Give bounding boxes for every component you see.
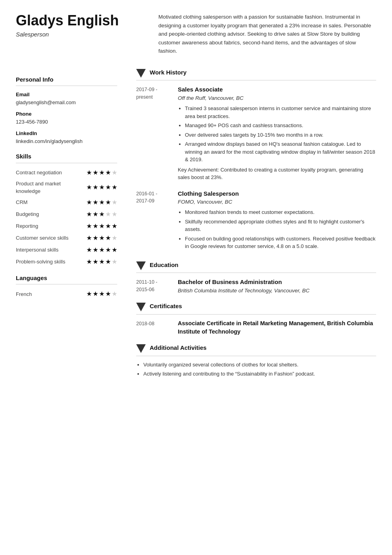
skill-row: Reporting★★★★★: [16, 221, 117, 231]
skill-name: CRM: [16, 198, 86, 206]
work-date: 2017-09 - present: [136, 85, 170, 181]
skill-row: Interpersonal skills★★★★★: [16, 245, 117, 255]
additional-activities-section: Additional Activities Voluntarily organi…: [136, 343, 376, 378]
right-column: Work History 2017-09 - present Sales Ass…: [127, 68, 376, 385]
certificates-icon: [136, 303, 146, 311]
job-title: Clothing Salesperson: [178, 189, 376, 198]
certificates-header: Certificates: [136, 302, 376, 315]
work-bullet: Skilfully recommended appropriate clothe…: [185, 218, 376, 233]
linkedin-value: linkedin.com/in/gladysenglish: [16, 137, 117, 145]
education-header: Education: [136, 261, 376, 273]
header-left: Gladys English Salesperson: [16, 13, 135, 39]
certificates-section: Certificates 2018-08 Associate Certifica…: [136, 302, 376, 336]
candidate-title: Salesperson: [16, 30, 135, 39]
edu-content: Bachelor of Business Administration Brit…: [178, 278, 310, 295]
work-content: Sales Associate Off the Ruff, Vancouver,…: [178, 85, 376, 181]
skills-title: Skills: [16, 152, 117, 163]
work-bullet: Monitored fashion trends to meet custome…: [185, 208, 376, 216]
language-row: French★★★★★: [16, 289, 117, 299]
work-entry: 2016-01 - 2017-09 Clothing Salesperson F…: [136, 189, 376, 253]
skill-name: Budgeting: [16, 210, 86, 218]
education-title: Education: [150, 261, 376, 271]
linkedin-label: LinkedIn: [16, 130, 117, 137]
skill-row: Product and market knowledge★★★★★: [16, 180, 117, 195]
activities-list: Voluntarily organized several collection…: [136, 361, 376, 378]
skill-name: Reporting: [16, 222, 86, 230]
activity-item: Actively listening and contributing to t…: [143, 370, 376, 378]
work-history-header: Work History: [136, 68, 376, 81]
work-history-section: Work History 2017-09 - present Sales Ass…: [136, 68, 376, 253]
work-bullets: Trained 3 seasonal salesperson interns i…: [178, 105, 376, 164]
work-history-icon: [136, 69, 146, 78]
cert-date: 2018-08: [136, 319, 170, 337]
education-section: Education 2011-10 - 2015-06 Bachelor of …: [136, 261, 376, 295]
skill-row: Budgeting★★★★★: [16, 210, 117, 219]
additional-activities-header: Additional Activities: [136, 343, 376, 356]
edu-entries: 2011-10 - 2015-06 Bachelor of Business A…: [136, 278, 376, 295]
cert-entry: 2018-08 Associate Certificate in Retail …: [136, 319, 376, 337]
work-bullet: Over delivered sales targets by 10-15% t…: [185, 131, 376, 139]
phone-value: 123-456-7890: [16, 118, 117, 126]
company: Off the Ruff, Vancouver, BC: [178, 94, 376, 102]
personal-info-title: Personal Info: [16, 75, 117, 86]
edu-date: 2011-10 - 2015-06: [136, 278, 170, 295]
job-title: Sales Associate: [178, 85, 376, 94]
key-achievement: Key Achievement: Contributed to creating…: [178, 166, 376, 181]
languages-list: French★★★★★: [16, 289, 117, 299]
email-value: gladysenglish@email.com: [16, 99, 117, 107]
work-bullet: Focused on building good relationships w…: [185, 235, 376, 250]
skill-row: Customer service skills★★★★★: [16, 233, 117, 243]
activity-item: Voluntarily organized several collection…: [143, 361, 376, 369]
left-column: Personal Info Email gladysenglish@email.…: [16, 68, 127, 385]
skill-name: Contract negotiation: [16, 169, 86, 177]
resume-header: Gladys English Salesperson Motivated clo…: [16, 13, 376, 55]
languages-section: Languages French★★★★★: [16, 274, 117, 299]
company: FOMO, Vancouver, BC: [178, 198, 376, 206]
skills-section: Skills Contract negotiation★★★★★Product …: [16, 152, 117, 267]
additional-activities-title: Additional Activities: [150, 343, 376, 354]
cert-content: Associate Certificate in Retail Marketin…: [178, 319, 376, 337]
work-bullets: Monitored fashion trends to meet custome…: [178, 208, 376, 250]
personal-info-section: Personal Info Email gladysenglish@email.…: [16, 75, 117, 145]
degree-title: Bachelor of Business Administration: [178, 278, 310, 287]
skill-name: Problem-solving skills: [16, 258, 86, 266]
cert-name: Associate Certificate in Retail Marketin…: [178, 319, 376, 337]
language-name: French: [16, 290, 32, 298]
candidate-name: Gladys English: [16, 13, 135, 29]
main-layout: Personal Info Email gladysenglish@email.…: [16, 68, 376, 385]
work-history-title: Work History: [150, 68, 376, 79]
certificates-title: Certificates: [150, 302, 376, 313]
skill-row: Problem-solving skills★★★★★: [16, 257, 117, 267]
work-content: Clothing Salesperson FOMO, Vancouver, BC…: [178, 189, 376, 253]
skill-row: Contract negotiation★★★★★: [16, 168, 117, 177]
skill-name: Interpersonal skills: [16, 246, 86, 254]
header-summary: Motivated clothing salesperson with a pa…: [135, 13, 376, 55]
work-bullet: Arranged window displays based on HQ's s…: [185, 140, 376, 164]
work-date: 2016-01 - 2017-09: [136, 189, 170, 253]
work-entry: 2017-09 - present Sales Associate Off th…: [136, 85, 376, 181]
work-bullet: Managed 90+ POS cash and cashless transa…: [185, 122, 376, 130]
cert-entries: 2018-08 Associate Certificate in Retail …: [136, 319, 376, 337]
work-entries: 2017-09 - present Sales Associate Off th…: [136, 85, 376, 253]
skills-list: Contract negotiation★★★★★Product and mar…: [16, 168, 117, 267]
skill-row: CRM★★★★★: [16, 198, 117, 207]
institution: British Columbia Institute of Technology…: [178, 287, 310, 295]
languages-title: Languages: [16, 274, 117, 285]
skill-name: Customer service skills: [16, 234, 86, 242]
edu-entry: 2011-10 - 2015-06 Bachelor of Business A…: [136, 278, 376, 295]
skill-name: Product and market knowledge: [16, 180, 86, 195]
additional-activities-icon: [136, 344, 146, 353]
work-bullet: Trained 3 seasonal salesperson interns i…: [185, 105, 376, 120]
email-label: Email: [16, 91, 117, 99]
education-icon: [136, 261, 146, 270]
phone-label: Phone: [16, 110, 117, 118]
